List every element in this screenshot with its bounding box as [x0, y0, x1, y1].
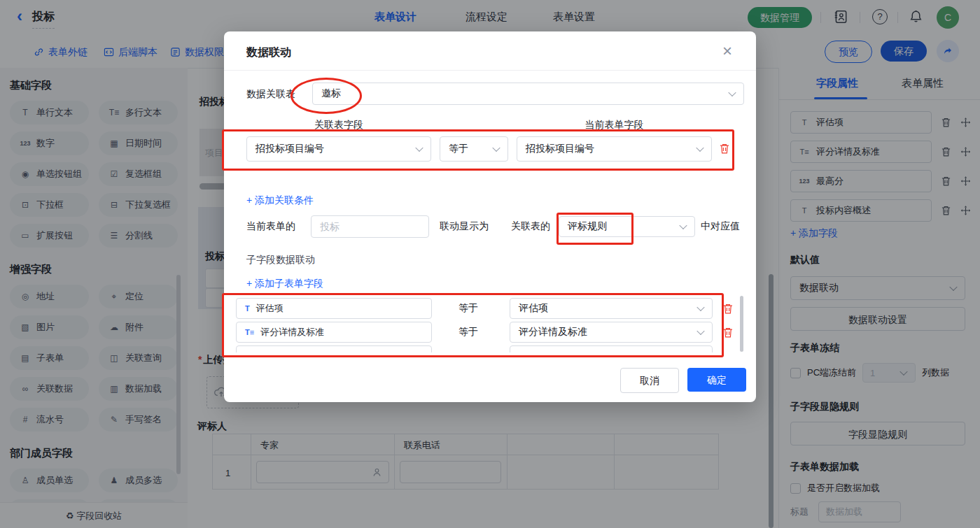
subfield-rows-viewport: T评估项 等于 评估项 T≡评分详情及标准 等于 评分详情及标准 [224, 297, 746, 352]
textarea-icon: T≡ [245, 328, 254, 336]
subfield-right-clipped[interactable] [510, 345, 713, 352]
data-linkage-modal: 数据联动 × 数据关联表 邀标 关联表字段 当前表单字段 招投标项目编号 等于 … [224, 31, 756, 402]
delete-condition-trash-icon[interactable] [719, 143, 730, 155]
modal-divider [224, 70, 756, 71]
chevron-down-icon [696, 327, 704, 335]
equals-label: 等于 [458, 326, 478, 338]
subfield-linkage-title: 子字段数据联动 [246, 254, 315, 266]
condition-left-select[interactable]: 招投标项目编号 [246, 136, 431, 162]
add-condition-link[interactable]: + 添加关联条件 [246, 194, 314, 207]
subfield-right-select[interactable]: 评分详情及标准 [510, 322, 713, 343]
subfield-left-evaluation-item[interactable]: T评估项 [236, 298, 432, 319]
close-icon[interactable]: × [722, 41, 732, 61]
subfield-right-select[interactable]: 评估项 [510, 298, 713, 319]
chevron-down-icon [696, 144, 704, 152]
subfield-row: T评估项 等于 评估项 [224, 298, 746, 319]
related-field-select[interactable]: 评标规则 [559, 216, 695, 237]
chevron-down-icon [696, 304, 704, 311]
modal-scrollbar[interactable] [740, 296, 743, 352]
current-form-prefix-label: 当前表单的 [246, 220, 295, 233]
display-as-label: 联动显示为 [440, 220, 489, 233]
app-window: ‹ 投标 表单设计 流程设定 表单设置 数据管理 ? C 表单外链 后端脚本 数… [0, 0, 980, 528]
condition-right-select[interactable]: 招投标项目编号 [517, 136, 712, 162]
related-table-label: 关联表的 [511, 220, 550, 233]
cancel-button[interactable]: 取消 [620, 368, 679, 393]
condition-operator-select[interactable]: 等于 [440, 136, 508, 162]
delete-subfield-trash-icon[interactable] [722, 327, 734, 338]
text-icon: T [245, 304, 250, 313]
delete-subfield-trash-icon[interactable] [722, 303, 734, 315]
modal-title: 数据联动 [246, 45, 291, 60]
column-header-relation-field: 关联表字段 [246, 119, 431, 131]
chevron-down-icon [728, 89, 736, 97]
equals-label: 等于 [458, 302, 478, 315]
corresponding-value-label: 中对应值 [701, 220, 740, 233]
current-form-field-input[interactable] [311, 215, 429, 238]
subfield-row: T≡评分详情及标准 等于 评分详情及标准 [224, 322, 746, 343]
relation-table-label: 数据关联表 [246, 88, 295, 101]
chevron-down-icon [415, 144, 423, 152]
add-subform-field-link[interactable]: + 添加子表单字段 [246, 278, 323, 290]
chevron-down-icon [679, 222, 687, 229]
subfield-left-clipped[interactable] [236, 345, 432, 352]
subfield-left-score-detail[interactable]: T≡评分详情及标准 [236, 322, 432, 343]
subfield-row-clipped [224, 345, 746, 352]
column-header-current-field: 当前表单字段 [517, 119, 712, 131]
confirm-button[interactable]: 确定 [687, 368, 746, 392]
relation-table-select[interactable]: 邀标 [312, 83, 744, 105]
chevron-down-icon [492, 144, 500, 152]
